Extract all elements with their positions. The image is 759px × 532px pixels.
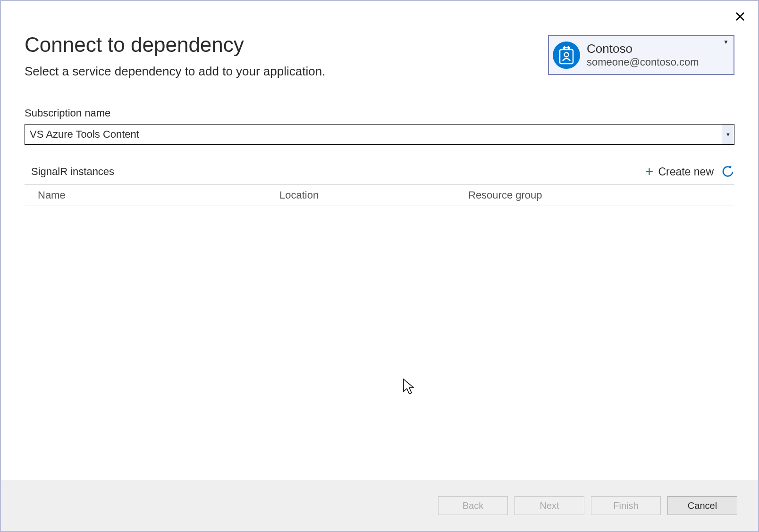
svg-point-5 — [565, 52, 569, 57]
account-badge-icon — [553, 42, 580, 69]
back-button: Back — [438, 496, 508, 515]
account-name: Contoso — [587, 42, 723, 56]
refresh-button[interactable] — [721, 165, 734, 178]
instances-table: Name Location Resource group — [25, 184, 734, 206]
instances-toolbar: SignalR instances + Create new — [25, 164, 734, 180]
dialog-footer: Back Next Finish Cancel — [1, 480, 758, 531]
account-selector[interactable]: Contoso someone@contoso.com ▼ — [548, 35, 734, 75]
column-location[interactable]: Location — [279, 189, 468, 201]
instances-label: SignalR instances — [31, 166, 645, 178]
cursor-icon — [402, 378, 415, 395]
refresh-icon — [721, 165, 734, 178]
chevron-down-icon[interactable]: ▼ — [722, 125, 734, 144]
connect-dependency-dialog: Contoso someone@contoso.com ▼ Connect to… — [0, 0, 759, 532]
subscription-label: Subscription name — [25, 107, 734, 119]
main-content: Contoso someone@contoso.com ▼ Connect to… — [1, 1, 758, 480]
account-text: Contoso someone@contoso.com — [587, 42, 723, 69]
create-new-label: Create new — [658, 166, 714, 178]
close-button[interactable] — [735, 10, 745, 24]
next-button: Next — [514, 496, 584, 515]
subscription-value: VS Azure Tools Content — [25, 125, 722, 144]
plus-icon: + — [645, 164, 654, 180]
create-new-button[interactable]: + Create new — [645, 164, 714, 180]
column-name[interactable]: Name — [25, 189, 279, 201]
close-icon — [735, 12, 745, 21]
account-email: someone@contoso.com — [587, 56, 723, 68]
subscription-dropdown[interactable]: VS Azure Tools Content ▼ — [25, 124, 734, 145]
cancel-button[interactable]: Cancel — [667, 496, 737, 515]
table-header: Name Location Resource group — [25, 185, 734, 206]
chevron-down-icon: ▼ — [723, 39, 729, 45]
column-resource-group[interactable]: Resource group — [468, 189, 734, 201]
finish-button: Finish — [591, 496, 661, 515]
